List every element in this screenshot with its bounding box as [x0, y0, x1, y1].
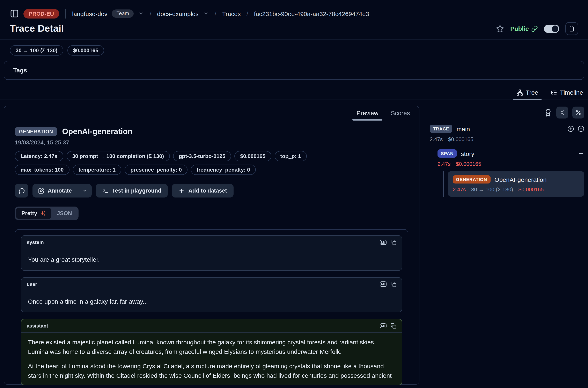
minus-icon[interactable] [578, 150, 584, 157]
playground-label: Test in playground [112, 188, 161, 194]
span-cost: $0.000165 [456, 161, 481, 167]
message-system: system M↓ You are a great storyteller. [21, 235, 402, 270]
tree-node-trace[interactable]: TRACE main [430, 125, 584, 133]
param-model: gpt-3.5-turbo-0125 [173, 151, 231, 161]
delete-trace-button[interactable] [565, 22, 578, 35]
trace-latency: 2.47s [430, 136, 443, 142]
cost-badge[interactable]: $0.000165 [68, 45, 104, 55]
breadcrumb-org[interactable]: langfuse-dev [72, 10, 108, 17]
fold-vertical-icon [559, 109, 565, 116]
tree-indent-guide: GENERATION OpenAI-generation 2.47s 30 → … [443, 171, 584, 197]
tab-tree-label: Tree [526, 89, 538, 96]
minus-circle-icon[interactable] [578, 125, 584, 132]
page-title: Trace Detail [10, 23, 64, 34]
toggle-metrics-button[interactable] [572, 107, 584, 119]
token-usage-badge[interactable]: 30 → 100 (Σ 130) [10, 45, 63, 55]
generation-badge: GENERATION [453, 175, 490, 184]
generation-cost: $0.000165 [519, 186, 544, 193]
sidebar-toggle-icon[interactable] [10, 9, 19, 18]
collapse-all-button[interactable] [556, 107, 568, 119]
format-json-option[interactable]: JSON [52, 208, 77, 219]
workflow-tree-icon [516, 89, 523, 96]
json-label: JSON [57, 210, 72, 217]
tree-toolbar [430, 107, 584, 119]
markdown-toggle-icon[interactable]: M↓ [380, 240, 386, 245]
observation-panel: Preview Scores GENERATION OpenAI-generat… [4, 106, 419, 385]
tree-node-span[interactable]: SPAN story 2.47s $0.000165 [437, 149, 584, 167]
toggle-knob [552, 25, 558, 32]
tab-preview[interactable]: Preview [356, 106, 379, 120]
message-assistant: assistant M↓ There existed a majestic pl… [21, 319, 402, 385]
trash-icon [569, 25, 575, 32]
public-toggle[interactable] [544, 24, 559, 33]
generation-name: OpenAI-generation [495, 176, 547, 183]
title-row: Trace Detail Public [0, 20, 588, 35]
playground-button[interactable]: Test in playground [96, 184, 168, 197]
org-type-badge: Team [112, 9, 134, 18]
message-user: user M↓ Once upon a time in a galaxy far… [21, 277, 402, 312]
copy-icon[interactable] [391, 323, 396, 329]
trace-detail-page: PROD-EU langfuse-dev Team / docs-example… [0, 0, 588, 388]
add-to-dataset-button[interactable]: Add to dataset [172, 184, 234, 197]
assistant-paragraph: There existed a majestic planet called L… [28, 337, 395, 357]
param-cost: $0.000165 [234, 151, 271, 161]
public-label: Public [510, 25, 529, 32]
param-tokens: 30 prompt → 100 completion (Σ 130) [67, 151, 170, 161]
span-metrics: 2.47s $0.000165 [437, 161, 584, 167]
generation-tokens: 30 → 100 (Σ 130) [471, 186, 513, 193]
tree-node-generation-selected[interactable]: GENERATION OpenAI-generation 2.47s 30 → … [448, 171, 584, 197]
message-content: Once upon a time in a galaxy far, far aw… [21, 291, 402, 312]
comment-button[interactable] [15, 184, 28, 197]
tab-scores[interactable]: Scores [390, 106, 411, 120]
trace-metrics-row: 30 → 100 (Σ 130) $0.000165 [0, 40, 588, 55]
breadcrumb-separator: / [213, 10, 218, 17]
environment-badge[interactable]: PROD-EU [23, 9, 59, 18]
annotate-pen-icon [38, 188, 45, 194]
trace-badge: TRACE [430, 125, 452, 133]
param-max-tokens: max_tokens: 100 [15, 165, 69, 175]
action-bar: Annotate Test in playground Add to data [15, 184, 408, 197]
breadcrumb-traces[interactable]: Traces [222, 10, 241, 17]
message-content: You are a great storyteller. [21, 249, 402, 270]
tags-box[interactable]: Tags [4, 61, 584, 80]
breadcrumb-separator: / [245, 10, 249, 17]
award-icon[interactable] [544, 108, 552, 117]
markdown-toggle-icon[interactable]: M↓ [380, 282, 386, 287]
span-latency: 2.47s [437, 161, 451, 167]
tab-timeline[interactable]: Timeline [550, 87, 584, 99]
panel-tabs: Preview Scores [4, 106, 419, 120]
add-to-dataset-label: Add to dataset [188, 188, 227, 194]
percent-icon [575, 109, 581, 116]
message-role: user [27, 281, 37, 287]
trace-tree: TRACE main 2.47s $0.000165 SPAN story [430, 106, 584, 197]
breadcrumb-trace-id: fac231bc-90ee-490a-aa32-78c4269474e3 [254, 10, 369, 17]
param-frequency-penalty: frequency_penalty: 0 [191, 165, 256, 175]
star-icon[interactable] [496, 24, 504, 33]
divider [66, 9, 66, 19]
plus-icon [179, 188, 185, 194]
comment-icon [18, 187, 25, 194]
chevron-down-icon[interactable] [138, 11, 144, 17]
view-tabs: Tree Timeline [0, 87, 588, 100]
public-link[interactable]: Public [510, 25, 538, 32]
pretty-label: Pretty [21, 210, 37, 217]
format-pretty-option[interactable]: Pretty [16, 208, 52, 219]
breadcrumb-project[interactable]: docs-examples [157, 10, 199, 17]
plus-circle-icon[interactable] [567, 125, 574, 132]
chevron-down-icon[interactable] [203, 11, 209, 17]
markdown-toggle-icon[interactable]: M↓ [380, 323, 386, 329]
breadcrumb-separator: / [148, 10, 153, 17]
annotate-dropdown-button[interactable] [78, 184, 91, 197]
copy-icon[interactable] [391, 240, 396, 245]
param-temperature: temperature: 1 [73, 165, 121, 175]
format-toggle: Pretty JSON [15, 207, 79, 220]
copy-icon[interactable] [391, 281, 396, 287]
link-icon [531, 25, 538, 32]
tab-tree[interactable]: Tree [515, 87, 539, 99]
param-presence-penalty: presence_penalty: 0 [125, 165, 187, 175]
generation-metrics: 2.47s 30 → 100 (Σ 130) $0.000165 [453, 186, 579, 193]
assistant-paragraph: At the heart of Lumina stood the towerin… [28, 361, 395, 380]
annotate-button[interactable]: Annotate [32, 184, 77, 197]
io-container: system M↓ You are a great storyteller. u… [15, 229, 408, 388]
chevron-down-icon [82, 188, 87, 194]
